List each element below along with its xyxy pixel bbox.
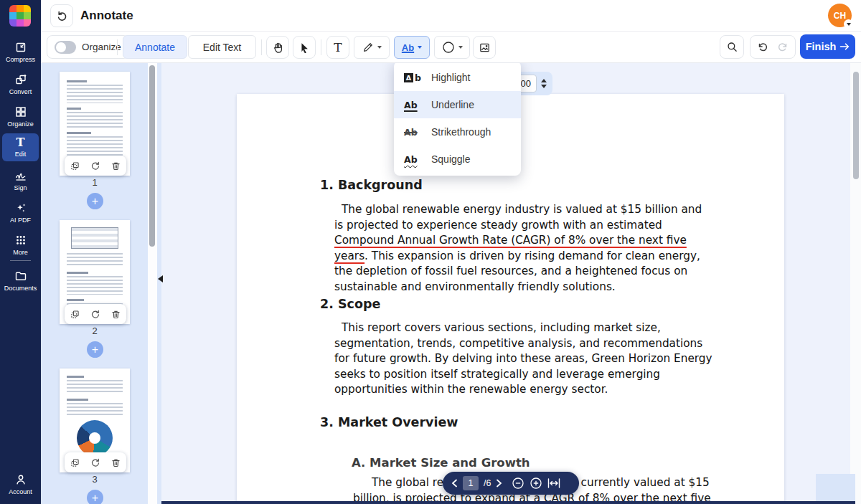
user-avatar[interactable]: CH [828, 4, 852, 27]
zoom-in-icon[interactable] [530, 477, 542, 490]
underline-markup-icon: Ab [402, 42, 414, 53]
rotate-page-icon[interactable] [90, 457, 100, 468]
pencil-icon [362, 42, 374, 53]
app-logo[interactable] [9, 5, 31, 27]
logo-tile [24, 19, 31, 27]
strikethrough-icon: Ab [404, 127, 423, 138]
compress-icon [14, 41, 27, 54]
menu-item-highlight[interactable]: Ab Highlight [394, 64, 521, 91]
sidebar-item-more[interactable]: More [2, 230, 39, 260]
page-title: Annotate [80, 9, 133, 23]
logo-tile [17, 19, 24, 27]
annotate-toolbar: Organize Annotate Edit Text T Ab Finish [41, 32, 861, 63]
thumbnail-scrollbar-track[interactable] [148, 63, 157, 504]
toolbar-divider [261, 39, 262, 55]
page-number: 1 [60, 177, 130, 188]
organize-toggle[interactable] [55, 41, 76, 54]
edit-icon: T [17, 137, 25, 148]
top-header: Annotate CH [41, 0, 861, 32]
image-icon [479, 42, 491, 54]
sidebar-item-label: Documents [4, 285, 37, 292]
image-tool-button[interactable] [473, 36, 496, 59]
sign-icon [14, 169, 27, 182]
organize-toggle-label: Organize [82, 42, 121, 52]
thumbnail-scrollbar-thumb[interactable] [149, 65, 155, 247]
doc-text: The global renewable energy industry is … [334, 203, 702, 232]
finish-button[interactable]: Finish [800, 34, 855, 59]
thumb-content [67, 376, 84, 378]
sidebar-item-ai-pdf[interactable]: AI PDF [2, 198, 39, 227]
current-page-input[interactable]: 1 [463, 476, 479, 490]
menu-item-label: Underline [431, 99, 474, 110]
rotate-page-icon[interactable] [90, 161, 100, 171]
undo-redo-group [750, 35, 796, 59]
rotate-page-icon[interactable] [90, 309, 100, 320]
convert-icon [14, 73, 27, 86]
stepper-down-icon[interactable] [541, 85, 547, 88]
menu-item-squiggle[interactable]: Ab Squiggle [394, 146, 521, 173]
cursor-arrow-icon [298, 42, 310, 53]
thumbnail-toolbar [65, 304, 126, 324]
canvas-corner-panel [816, 474, 855, 501]
avatar-menu-caret [844, 19, 853, 29]
hand-tool-button[interactable] [266, 36, 289, 59]
toolbar-divider [117, 39, 118, 55]
sidebar-item-documents[interactable]: Documents [2, 266, 39, 295]
sidebar-item-sign[interactable]: Sign [2, 166, 39, 195]
text-tool-button[interactable]: T [326, 36, 349, 59]
menu-item-strikethrough[interactable]: Ab Strikethrough [394, 118, 521, 146]
vertical-scrollbar-thumb[interactable] [853, 72, 859, 179]
highlight-icon: Ab [404, 72, 423, 83]
chevron-down-icon [377, 46, 382, 49]
prev-page-icon[interactable] [451, 479, 458, 488]
sidebar-item-label: AI PDF [10, 217, 31, 224]
tab-annotate[interactable]: Annotate [123, 35, 187, 59]
add-page-button[interactable]: + [87, 490, 103, 504]
doc-heading-market-overview: 3. Market Overview [320, 415, 458, 429]
delete-page-icon[interactable] [110, 457, 121, 468]
undo-icon[interactable] [757, 42, 768, 53]
menu-item-label: Squiggle [431, 153, 471, 165]
add-page-button[interactable]: + [87, 193, 103, 209]
account-icon [14, 473, 27, 486]
delete-page-icon[interactable] [110, 309, 121, 320]
thumb-content [67, 276, 123, 295]
thumb-content [67, 132, 91, 134]
add-page-button[interactable]: + [87, 341, 103, 358]
back-undo-button[interactable] [50, 4, 73, 27]
sidebar-item-label: Organize [7, 120, 34, 128]
redo-icon[interactable] [777, 42, 789, 53]
duplicate-page-icon[interactable] [70, 457, 80, 468]
vertical-scrollbar-track[interactable] [850, 63, 861, 504]
duplicate-page-icon[interactable] [70, 309, 80, 320]
select-tool-button[interactable] [293, 36, 316, 59]
opacity-stepper[interactable] [541, 79, 547, 88]
text-markup-tool-button[interactable]: Ab [394, 36, 430, 59]
sidebar-item-organize[interactable]: Organize [2, 102, 39, 131]
delete-page-icon[interactable] [110, 161, 121, 171]
shape-tool-button[interactable] [434, 36, 470, 59]
stepper-up-icon[interactable] [541, 79, 547, 82]
sidebar-item-label: Account [9, 488, 32, 495]
thumbnail-toolbar [65, 452, 126, 472]
ai-pdf-icon [14, 201, 27, 214]
zoom-out-icon[interactable] [512, 477, 524, 490]
sidebar-item-account[interactable]: Account [2, 470, 39, 499]
menu-item-underline[interactable]: Ab Underline [394, 91, 521, 118]
sidebar-item-compress[interactable]: Compress [2, 37, 39, 67]
pen-tool-button[interactable] [354, 36, 390, 59]
sidebar-item-edit[interactable]: T Edit [2, 133, 39, 161]
thumb-content [67, 85, 123, 103]
next-page-icon[interactable] [496, 479, 502, 488]
duplicate-page-icon[interactable] [70, 161, 80, 171]
thumb-content [67, 272, 88, 274]
collapse-panel-arrow-icon[interactable] [158, 275, 163, 282]
tab-edit-text[interactable]: Edit Text [188, 35, 256, 59]
menu-item-label: Highlight [431, 72, 470, 83]
doc-paragraph-background: The global renewable energy industry is … [334, 202, 712, 295]
search-button[interactable] [720, 35, 744, 59]
sidebar-item-convert[interactable]: Convert [2, 70, 39, 99]
logo-tile [24, 5, 31, 12]
fit-width-icon[interactable] [547, 478, 560, 488]
left-sidebar: Compress Convert Organize T Edit Sign AI… [0, 0, 41, 504]
